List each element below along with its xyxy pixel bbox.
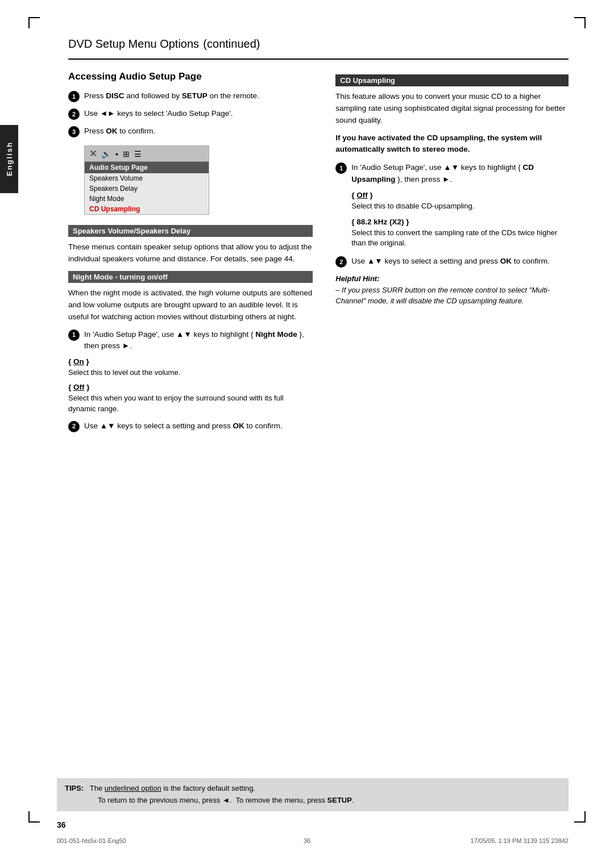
step-1: 1 Press DISC and followed by SETUP on th… (68, 90, 313, 102)
icon-x: ✕ (89, 148, 97, 159)
step-3: 3 Press OK to confirm. (68, 126, 313, 137)
option-on-label: { On } (68, 357, 313, 366)
menu-header: Audio Setup Page (85, 162, 209, 173)
menu-icons-row: ✕ 🔊 ▪ ⊞ ☰ (85, 146, 209, 162)
cd-option-off-desc: Select this to disable CD-upsampling. (351, 201, 569, 212)
cd-upsampling-bold-block: If you have activated the CD upsampling,… (335, 132, 569, 156)
menu-item-4: CD Upsampling (85, 204, 209, 214)
option-off-label: { Off } (68, 383, 313, 391)
night-mode-heading: Night Mode - turning on/off (68, 271, 313, 283)
cd-step-1: 1 In 'Audio Setup Page', use ▲▼ keys to … (335, 162, 569, 185)
helpful-hint: Helpful Hint: – If you press SURR button… (335, 273, 569, 307)
night-step-1: 1 In 'Audio Setup Page', use ▲▼ keys to … (68, 329, 313, 352)
night-step-1-text: In 'Audio Setup Page', use ▲▼ keys to hi… (84, 329, 313, 352)
speakers-section-body: These menus contain speaker setup option… (68, 241, 313, 265)
hint-title: Helpful Hint: (335, 274, 379, 283)
tips-line2: To return to the previous menu, press ◄.… (98, 796, 354, 804)
icon-speaker: 🔊 (101, 149, 111, 158)
tips-footer: TIPS: The underlined option is the facto… (57, 778, 569, 811)
cd-option-882-label: { 88.2 kHz (X2) } (351, 218, 569, 226)
step-2: 2 Use ◄► keys to select 'Audio Setup Pag… (68, 108, 313, 120)
step-1-text: Press DISC and followed by SETUP on the … (84, 90, 259, 102)
tips-label: TIPS: (65, 784, 84, 792)
page-number: 36 (57, 820, 66, 829)
icon-grid: ⊞ (123, 149, 130, 158)
title-suffix: (continued) (203, 37, 260, 50)
cd-upsampling-heading: CD Upsampling (335, 74, 569, 86)
corner-mark-tl (28, 17, 40, 28)
night-step-2-text: Use ▲▼ keys to select a setting and pres… (84, 420, 283, 432)
two-column-layout: Accessing Audio Setup Page 1 Press DISC … (68, 71, 569, 438)
corner-mark-tr (574, 17, 586, 28)
footer-center: 36 (304, 837, 310, 844)
cd-upsampling-body: This feature allows you to convert your … (335, 91, 569, 127)
option-off-desc: Select this when you want to enjoy the s… (68, 393, 313, 415)
audio-setup-menu-mockup: ✕ 🔊 ▪ ⊞ ☰ Audio Setup Page Speakers Volu… (84, 145, 209, 215)
title-main: DVD Setup Menu Options (68, 37, 199, 50)
cd-step-2-text: Use ▲▼ keys to select a setting and pres… (351, 256, 550, 267)
cd-option-882-desc: Select this to convert the sampling rate… (351, 228, 569, 249)
cd-option-off-label: { Off } (351, 191, 569, 199)
night-step-2-number: 2 (68, 421, 80, 432)
corner-mark-br (574, 811, 586, 823)
step-2-number: 2 (68, 108, 80, 120)
right-column: CD Upsampling This feature allows you to… (335, 71, 569, 438)
cd-step-2-number: 2 (335, 256, 347, 268)
footer-left: 001-051-hts5x-01-Eng50 (57, 837, 126, 844)
icon-box: ▪ (115, 149, 118, 158)
speakers-section-heading: Speakers Volume/Speakers Delay (68, 225, 313, 237)
title-divider (68, 59, 569, 60)
cd-step-1-text: In 'Audio Setup Page', use ▲▼ keys to hi… (351, 162, 569, 185)
cd-step-2: 2 Use ▲▼ keys to select a setting and pr… (335, 256, 569, 268)
step-1-number: 1 (68, 91, 80, 102)
step-3-text: Press OK to confirm. (84, 126, 155, 137)
night-step-1-number: 1 (68, 329, 80, 341)
tips-line1: The underlined option is the factory def… (90, 784, 255, 792)
step-2-text: Use ◄► keys to select 'Audio Setup Page'… (84, 108, 233, 119)
night-step-2: 2 Use ▲▼ keys to select a setting and pr… (68, 420, 313, 432)
cd-step-1-number: 1 (335, 162, 347, 174)
corner-mark-bl (28, 811, 40, 823)
menu-item-2: Speakers Delay (85, 183, 209, 194)
night-mode-body: When the night mode is activated, the hi… (68, 287, 313, 323)
left-column: Accessing Audio Setup Page 1 Press DISC … (68, 71, 313, 438)
hint-body: – If you press SURR button on the remote… (335, 286, 550, 306)
menu-item-1: Speakers Volume (85, 173, 209, 183)
menu-item-3: Night Mode (85, 194, 209, 204)
icon-bars: ☰ (134, 149, 142, 158)
option-on-desc: Select this to level out the volume. (68, 368, 313, 378)
footer-right: 17/05/05, 1:19 PM 3139 115 23842 (471, 837, 569, 844)
page-container: English DVD Setup Menu Options (continue… (0, 0, 614, 868)
accessing-audio-heading: Accessing Audio Setup Page (68, 71, 313, 82)
step-3-number: 3 (68, 126, 80, 137)
page-title: DVD Setup Menu Options (continued) (68, 34, 569, 52)
language-tab: English (0, 125, 18, 193)
